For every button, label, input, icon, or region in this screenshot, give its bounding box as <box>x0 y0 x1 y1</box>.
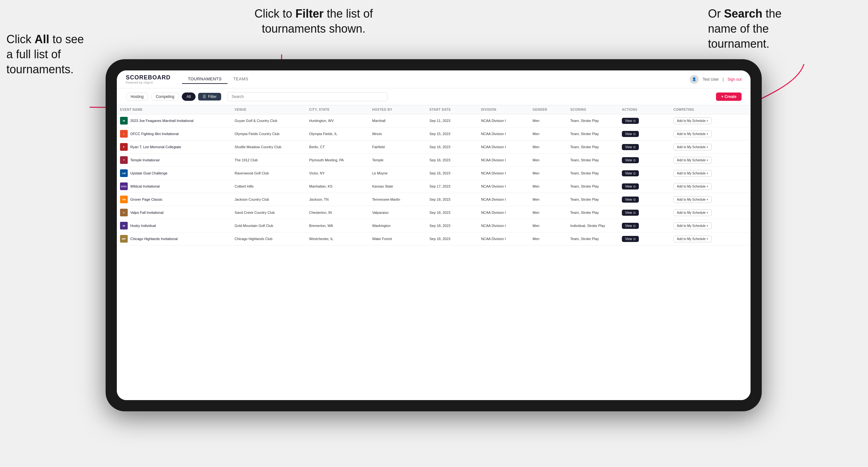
search-input[interactable] <box>227 92 388 101</box>
event-cell: LM Upstate Dual Challenge <box>120 169 228 177</box>
view-button[interactable]: View ⊙ <box>622 118 639 124</box>
event-cell: W Husky Individual <box>120 222 228 229</box>
scoring-cell: Team, Stroke Play <box>567 114 619 127</box>
tournaments-table-wrapper: EVENT NAME VENUE CITY, STATE HOSTED BY S… <box>117 105 750 400</box>
view-button[interactable]: View ⊙ <box>622 196 639 203</box>
view-button[interactable]: View ⊙ <box>622 210 639 216</box>
view-button[interactable]: View ⊙ <box>622 170 639 176</box>
col-header-scoring: SCORING <box>567 105 619 114</box>
add-to-schedule-button[interactable]: Add to My Schedule + <box>673 209 712 216</box>
add-to-schedule-button[interactable]: Add to My Schedule + <box>673 170 712 177</box>
view-button[interactable]: View ⊙ <box>622 223 639 229</box>
nav-tab-teams[interactable]: TEAMS <box>227 74 254 84</box>
gender-cell: Men <box>529 154 567 167</box>
view-button[interactable]: View ⊙ <box>622 131 639 137</box>
scoring-cell: Team, Stroke Play <box>567 206 619 219</box>
user-name: Test User <box>703 77 719 82</box>
tab-competing[interactable]: Competing <box>151 93 179 101</box>
venue-cell: Shuttle Meadow Country Club <box>231 141 306 154</box>
date-cell: Sep 15, 2023 <box>426 127 478 141</box>
app-header: SCOREBOARD Powered by clipp'd TOURNAMENT… <box>117 70 750 88</box>
annotation-search: Or Search thename of thetournament. <box>708 6 842 51</box>
add-to-schedule-button[interactable]: Add to My Schedule + <box>673 144 712 150</box>
venue-cell: Chicago Highlands Club <box>231 232 306 246</box>
scoring-cell: Team, Stroke Play <box>567 232 619 246</box>
tab-hosting[interactable]: Hosting <box>126 93 149 101</box>
hosted-cell: Illinois <box>369 127 426 141</box>
view-button[interactable]: View ⊙ <box>622 157 639 163</box>
add-to-schedule-button[interactable]: Add to My Schedule + <box>673 222 712 229</box>
venue-cell: Colbert Hills <box>231 180 306 193</box>
team-logo: KSU <box>120 182 128 190</box>
view-button[interactable]: View ⊙ <box>622 144 639 150</box>
date-cell: Sep 11, 2023 <box>426 114 478 127</box>
date-cell: Sep 17, 2023 <box>426 180 478 193</box>
date-cell: Sep 18, 2023 <box>426 193 478 206</box>
search-input-wrap <box>227 92 388 101</box>
hosted-cell: Le Moyne <box>369 167 426 180</box>
event-cell: T Temple Invitational <box>120 156 228 164</box>
annotation-all: Click All to seea full list oftournament… <box>6 32 109 77</box>
event-name: Chicago Highlands Invitational <box>130 237 178 241</box>
competing-cell: Add to My Schedule + <box>670 141 750 154</box>
hosted-cell: Valparaiso <box>369 206 426 219</box>
city-cell: Olympia Fields, IL <box>306 127 369 141</box>
tablet-frame: SCOREBOARD Powered by clipp'd TOURNAMENT… <box>105 59 762 411</box>
actions-cell: View ⊙ <box>619 206 670 219</box>
table-row: LM Upstate Dual Challenge Ravenwood Golf… <box>117 167 750 180</box>
tablet-screen: SCOREBOARD Powered by clipp'd TOURNAMENT… <box>117 70 750 400</box>
col-header-division: DIVISION <box>478 105 529 114</box>
add-to-schedule-button[interactable]: Add to My Schedule + <box>673 131 712 137</box>
table-row: T Temple Invitational The 1912 Club Plym… <box>117 154 750 167</box>
scoring-cell: Individual, Stroke Play <box>567 219 619 232</box>
filter-bar: Hosting Competing All ☰ Filter + Create <box>117 88 750 105</box>
team-logo: TM <box>120 195 128 203</box>
add-to-schedule-button[interactable]: Add to My Schedule + <box>673 157 712 163</box>
scoring-cell: Team, Stroke Play <box>567 127 619 141</box>
city-cell: Jackson, TN <box>306 193 369 206</box>
table-body: M 2023 Joe Feaganes Marshall Invitationa… <box>117 114 750 246</box>
user-avatar: 👤 <box>690 75 699 84</box>
filter-button[interactable]: ☰ Filter <box>198 93 221 100</box>
city-cell: Huntington, WV <box>306 114 369 127</box>
event-cell: M 2023 Joe Feaganes Marshall Invitationa… <box>120 117 228 125</box>
actions-cell: View ⊙ <box>619 167 670 180</box>
nav-tab-tournaments[interactable]: TOURNAMENTS <box>182 74 227 84</box>
actions-cell: View ⊙ <box>619 154 670 167</box>
tab-all[interactable]: All <box>182 93 195 101</box>
division-cell: NCAA Division I <box>478 127 529 141</box>
add-to-schedule-button[interactable]: Add to My Schedule + <box>673 118 712 124</box>
team-logo: I <box>120 130 128 137</box>
table-header: EVENT NAME VENUE CITY, STATE HOSTED BY S… <box>117 105 750 114</box>
gender-cell: Men <box>529 193 567 206</box>
event-name: Temple Invitational <box>130 158 159 162</box>
header-right: 👤 Test User | Sign out <box>690 75 742 84</box>
view-button[interactable]: View ⊙ <box>622 183 639 189</box>
division-cell: NCAA Division I <box>478 206 529 219</box>
logo-sub: Powered by clipp'd <box>126 81 170 84</box>
city-cell: Chesterton, IN <box>306 206 369 219</box>
city-cell: Westchester, IL <box>306 232 369 246</box>
team-logo: LM <box>120 169 128 177</box>
event-name: Grover Page Classic <box>130 197 163 201</box>
scoring-cell: Team, Stroke Play <box>567 180 619 193</box>
date-cell: Sep 18, 2023 <box>426 206 478 219</box>
event-cell: F Ryan T. Lee Memorial Collegiate <box>120 143 228 151</box>
sign-out-link[interactable]: Sign out <box>727 77 742 82</box>
add-to-schedule-button[interactable]: Add to My Schedule + <box>673 236 712 242</box>
event-cell: TM Grover Page Classic <box>120 195 228 203</box>
city-cell: Manhattan, KS <box>306 180 369 193</box>
view-button[interactable]: View ⊙ <box>622 236 639 242</box>
actions-cell: View ⊙ <box>619 127 670 141</box>
create-button[interactable]: + Create <box>716 93 742 101</box>
division-cell: NCAA Division I <box>478 180 529 193</box>
gender-cell: Men <box>529 219 567 232</box>
col-header-venue: VENUE <box>231 105 306 114</box>
hosted-cell: Marshall <box>369 114 426 127</box>
event-cell: V Valpo Fall Invitational <box>120 209 228 216</box>
table-row: KSU Wildcat Invitational Colbert Hills M… <box>117 180 750 193</box>
filter-icon: ☰ <box>203 94 206 99</box>
add-to-schedule-button[interactable]: Add to My Schedule + <box>673 183 712 190</box>
city-cell: Plymouth Meeting, PA <box>306 154 369 167</box>
add-to-schedule-button[interactable]: Add to My Schedule + <box>673 196 712 203</box>
